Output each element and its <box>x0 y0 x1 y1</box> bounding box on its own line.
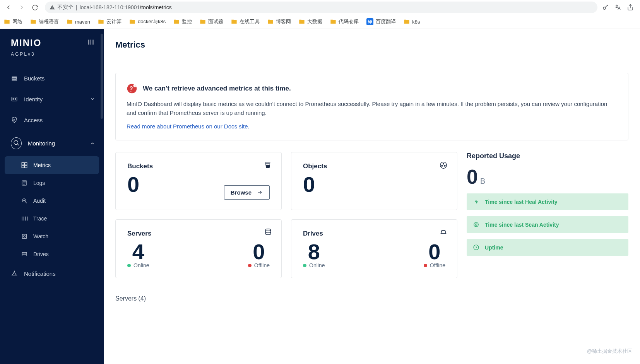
browser-nav-bar: 不安全 | local-168-182-110:19001/tools/metr… <box>0 0 640 15</box>
share-icon[interactable] <box>627 4 634 11</box>
sidebar-subitem-trace[interactable]: Trace <box>0 210 104 227</box>
content: ! We can't retrieve advanced metrics at … <box>104 61 640 314</box>
sidebar-item-notifications[interactable]: Notifications <box>0 263 104 284</box>
address-bar[interactable]: 不安全 | local-168-182-110:19001/tools/metr… <box>45 2 597 13</box>
translate-icon[interactable] <box>614 4 621 11</box>
servers-section-title: Servers (4) <box>115 295 628 302</box>
sidebar-item-access[interactable]: Access <box>0 109 104 130</box>
card-title: Drives <box>303 230 445 238</box>
brand-logo: MINIO <box>11 38 41 48</box>
activity-item[interactable]: Time since last Scan Activity <box>467 216 628 233</box>
bookmark-item[interactable]: 云计算 <box>98 18 121 25</box>
chrome-actions <box>602 4 637 11</box>
card-title: Objects <box>303 162 445 170</box>
svg-rect-14 <box>22 162 24 165</box>
alert-icon: ! <box>127 83 137 94</box>
svg-point-8 <box>13 98 14 100</box>
card-title: Servers <box>127 230 270 238</box>
svg-point-43 <box>474 222 478 227</box>
svg-point-38 <box>443 163 444 164</box>
forward-button[interactable] <box>16 2 27 13</box>
sidebar-scrollbar[interactable] <box>101 34 103 119</box>
card-buckets: Buckets 0 Browse <box>115 152 282 210</box>
svg-rect-29 <box>22 234 27 239</box>
page-title: Metrics <box>115 40 628 50</box>
bookmark-item[interactable]: 大数据 <box>299 18 322 25</box>
sidebar-toggle[interactable] <box>87 38 95 48</box>
alert-title: We can't retrieve advanced metrics at th… <box>143 85 291 92</box>
svg-rect-4 <box>12 77 17 77</box>
svg-rect-15 <box>25 162 27 165</box>
servers-online: 4 <box>132 241 144 263</box>
insecure-icon <box>50 5 55 10</box>
sidebar-subitem-metrics[interactable]: Metrics <box>5 156 99 174</box>
objects-count: 0 <box>303 173 445 196</box>
svg-rect-32 <box>22 255 27 256</box>
bookmark-item[interactable]: 在线工具 <box>231 18 260 25</box>
svg-point-0 <box>603 7 606 9</box>
key-icon[interactable] <box>602 4 609 11</box>
page-header: Metrics <box>104 29 640 61</box>
sidebar-subitem-drives[interactable]: Drives <box>0 245 104 263</box>
activity-item[interactable]: Time since last Heal Activity <box>467 193 628 210</box>
sidebar-item-monitoring[interactable]: Monitoring <box>0 130 104 156</box>
sidebar-item-identity[interactable]: Identity <box>0 89 104 109</box>
bookmark-item[interactable]: 监控 <box>173 18 192 25</box>
bookmark-item[interactable]: 网络 <box>4 18 22 25</box>
status-dot-offline <box>248 264 252 267</box>
sidebar-item-buckets[interactable]: Buckets <box>0 68 104 89</box>
alert-docs-link[interactable]: Read more about Prometheus on our Docs s… <box>127 123 250 130</box>
objects-icon <box>439 161 448 171</box>
drives-online: 8 <box>308 241 320 263</box>
bookmark-item[interactable]: docker与k8s <box>129 18 166 25</box>
bookmark-item[interactable]: 编程语言 <box>30 18 59 25</box>
bookmark-item[interactable]: maven <box>67 19 90 25</box>
license-label: AGPLv3 <box>0 51 104 64</box>
drives-icon <box>439 228 448 238</box>
back-button[interactable] <box>3 2 14 13</box>
svg-point-41 <box>265 229 270 231</box>
sidebar-subitem-logs[interactable]: Logs <box>0 174 104 192</box>
svg-line-23 <box>25 202 27 203</box>
card-objects: Objects 0 <box>291 152 457 210</box>
svg-rect-16 <box>22 166 24 168</box>
browse-button[interactable]: Browse <box>224 185 270 200</box>
status-dot-online <box>303 264 306 267</box>
bookmark-item[interactable]: k8s <box>404 19 420 25</box>
status-dot-online <box>127 264 131 267</box>
bookmark-item[interactable]: 代码仓库 <box>330 18 359 25</box>
svg-point-39 <box>441 165 443 166</box>
security-label: 不安全 <box>57 4 74 11</box>
bookmark-item[interactable]: 译百度翻译 <box>366 18 396 25</box>
servers-icon <box>264 228 272 238</box>
url-host: local-168-182-110:19001/tools/metrics <box>80 4 172 10</box>
sidebar: MINIO AGPLv3 BucketsIdentityAccessMonito… <box>0 29 104 364</box>
reload-button[interactable] <box>29 2 40 13</box>
usage-title: Reported Usage <box>467 152 628 160</box>
svg-point-12 <box>14 140 18 145</box>
sidebar-subitem-watch[interactable]: Watch <box>0 227 104 245</box>
activity-item[interactable]: Uptime <box>467 239 628 256</box>
bookmark-item[interactable]: 博客网 <box>267 18 291 25</box>
usage-value: 0 <box>467 166 478 188</box>
svg-text:!: ! <box>135 84 135 87</box>
svg-point-40 <box>444 165 445 166</box>
main: Metrics ! We can't retrieve advanced met… <box>104 29 640 364</box>
alert-box: ! We can't retrieve advanced metrics at … <box>115 73 628 140</box>
svg-point-44 <box>475 224 477 225</box>
sidebar-nav: BucketsIdentityAccessMonitoringMetricsLo… <box>0 64 104 288</box>
svg-rect-11 <box>14 120 15 121</box>
browser-chrome: 不安全 | local-168-182-110:19001/tools/metr… <box>0 0 640 29</box>
sidebar-subitem-audit[interactable]: Audit <box>0 192 104 210</box>
card-drives: Drives 8Online 0Offline <box>291 219 457 279</box>
usage-panel: Reported Usage 0 B Time since last Heal … <box>467 152 628 256</box>
svg-rect-5 <box>12 78 17 79</box>
status-dot-offline <box>424 264 427 267</box>
bucket-icon <box>264 161 272 171</box>
svg-point-30 <box>24 236 26 238</box>
svg-rect-6 <box>12 80 17 80</box>
usage-unit: B <box>480 177 485 186</box>
bookmark-item[interactable]: 面试题 <box>200 18 223 25</box>
logo-row: MINIO <box>0 29 104 51</box>
bookmarks-bar: 网络编程语言maven云计算docker与k8s监控面试题在线工具博客网大数据代… <box>0 15 640 29</box>
